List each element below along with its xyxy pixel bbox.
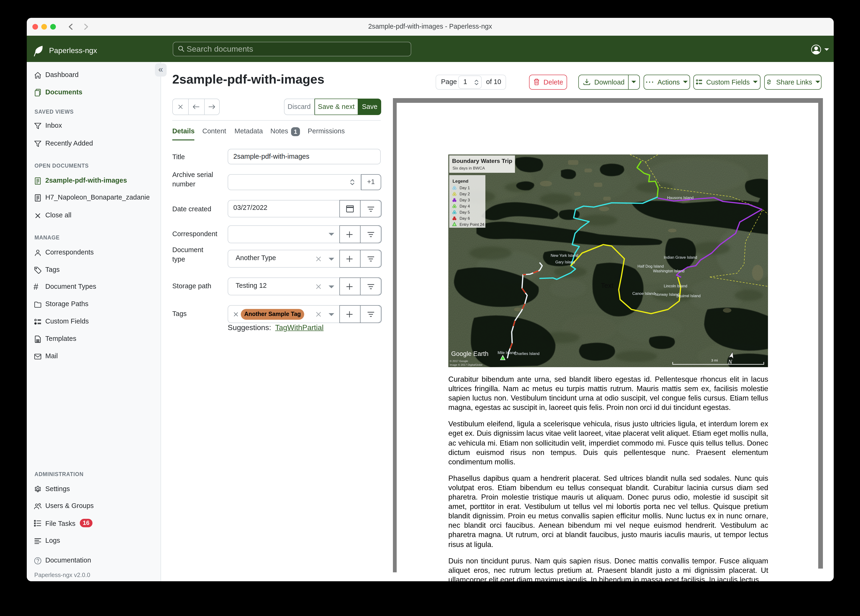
svg-text:Washington Island: Washington Island — [653, 269, 684, 273]
svg-text:Mile Island: Mile Island — [497, 350, 516, 355]
svg-text:Image © 2017 DigitalGlobe: Image © 2017 DigitalGlobe — [450, 363, 482, 366]
svg-text:Entry Point 24: Entry Point 24 — [460, 222, 484, 226]
svg-text:Day 6: Day 6 — [460, 216, 470, 220]
svg-text:3 mi: 3 mi — [711, 358, 718, 362]
svg-text:Charlies Island: Charlies Island — [514, 351, 539, 355]
svg-text:Day 1: Day 1 — [460, 185, 470, 190]
svg-text:Canoe Island: Canoe Island — [632, 291, 655, 295]
svg-text:New York Island: New York Island — [551, 253, 578, 257]
svg-text:Indian Grave Island: Indian Grave Island — [664, 255, 697, 259]
svg-text:© 2017 Google: © 2017 Google — [450, 359, 468, 362]
svg-text:Boundary Waters Trip: Boundary Waters Trip — [452, 157, 512, 164]
svg-text:Day 3: Day 3 — [460, 198, 470, 202]
svg-text:Day 5: Day 5 — [460, 210, 470, 214]
svg-text:Squirrel Island: Squirrel Island — [676, 294, 701, 298]
svg-text:Google Earth: Google Earth — [451, 350, 488, 357]
svg-text:Day 2: Day 2 — [460, 192, 470, 196]
svg-text:Half Dog Island: Half Dog Island — [637, 264, 664, 268]
svg-text:Day 4: Day 4 — [460, 204, 470, 208]
svg-text:Hausons Island: Hausons Island — [667, 195, 694, 200]
svg-text:Gary Island: Gary Island — [556, 260, 575, 264]
svg-text:Lincoln Island: Lincoln Island — [664, 284, 687, 288]
svg-text:Six days in BWCA: Six days in BWCA — [452, 166, 485, 170]
svg-text:Text: Text — [601, 281, 613, 289]
svg-text:Norway Island: Norway Island — [655, 292, 679, 296]
svg-text:Legend: Legend — [452, 178, 469, 183]
